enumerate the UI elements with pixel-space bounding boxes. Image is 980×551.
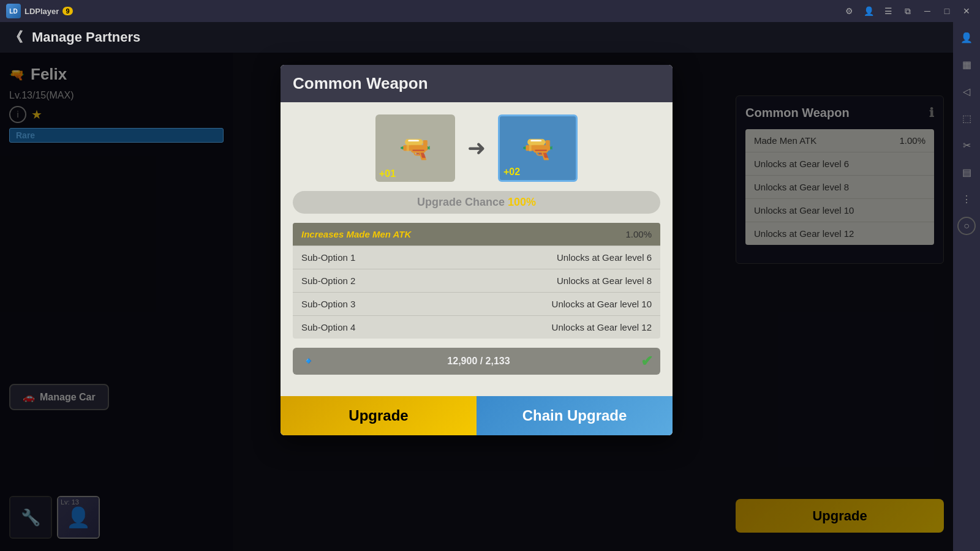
weapon-card-to: 🔫 +02 (498, 114, 578, 182)
resource-bar: 🔹 12,900 / 2,133 ✔ (293, 348, 660, 375)
sidebar-icon-5[interactable]: ✂ (957, 136, 976, 154)
modal-stat-name-1: Sub-Option 1 (301, 252, 355, 263)
resource-check-icon: ✔ (641, 353, 653, 370)
menu-btn[interactable]: ☰ (881, 4, 895, 18)
modal-title: Common Weapon (293, 74, 428, 92)
modal-body: 🔫 +01 ➜ 🔫 +02 Upgrade Chance 100% (281, 102, 673, 396)
weapon-card-from: 🔫 +01 (375, 114, 455, 182)
title-bar: LD LDPlayer 9 ⚙ 👤 ☰ ⧉ ─ □ ✕ (0, 0, 980, 22)
sidebar-icon-2[interactable]: ▦ (957, 55, 976, 73)
modal-stat-val-4: Unlocks at Gear level 12 (552, 322, 652, 332)
weapon-plus-to: +02 (503, 167, 520, 178)
modal-stat-val-0: 1.00% (625, 229, 652, 239)
modal-overlay: Common Weapon 🔫 +01 ➜ 🔫 +02 (0, 53, 953, 551)
weapon-upgrade-display: 🔫 +01 ➜ 🔫 +02 (293, 114, 660, 182)
resource-amount: 12,900 / 2,133 (323, 356, 635, 367)
resource-icon: 🔹 (300, 353, 317, 369)
modal-stat-val-3: Unlocks at Gear level 10 (552, 299, 652, 309)
modal-stat-name-4: Sub-Option 4 (301, 322, 355, 332)
chain-upgrade-button[interactable]: Chain Upgrade (477, 396, 673, 435)
sidebar-circle[interactable]: ○ (957, 217, 976, 235)
back-arrow-icon: 《 (9, 28, 23, 47)
modal-stat-row-4: Sub-Option 4 Unlocks at Gear level 12 (293, 316, 660, 339)
weapon-icon-from: 🔫 (399, 133, 431, 163)
modal-stat-name-0: Increases Made Men ATK (301, 229, 411, 239)
modal-stat-val-1: Unlocks at Gear level 6 (557, 252, 652, 263)
sidebar-icon-7[interactable]: ⋮ (957, 190, 976, 208)
app-name: LDPlayer (24, 7, 59, 16)
modal-stat-name-2: Sub-Option 2 (301, 276, 355, 286)
upgrade-button[interactable]: Upgrade (281, 396, 477, 435)
weapon-plus-from: +01 (379, 168, 396, 179)
app-version: 9 (62, 7, 72, 15)
close-btn[interactable]: ✕ (959, 4, 974, 18)
sidebar-icon-3[interactable]: ◁ (957, 82, 976, 100)
app-logo: LD LDPlayer 9 (6, 4, 73, 18)
sidebar-icon-1[interactable]: 👤 (957, 28, 976, 47)
upgrade-modal: Common Weapon 🔫 +01 ➜ 🔫 +02 (281, 65, 673, 435)
back-button[interactable]: 《 (9, 28, 23, 47)
modal-stat-val-2: Unlocks at Gear level 8 (557, 276, 652, 286)
modal-stat-row-3: Sub-Option 3 Unlocks at Gear level 10 (293, 293, 660, 316)
right-sidebar: 👤 ▦ ◁ ⬚ ✂ ▤ ⋮ ○ (953, 22, 980, 551)
modal-stat-row-1: Sub-Option 1 Unlocks at Gear level 6 (293, 246, 660, 269)
upgrade-arrow-icon: ➜ (467, 135, 486, 161)
page-title: Manage Partners (32, 29, 140, 45)
upgrade-chance-pct: 100% (508, 196, 536, 208)
settings-btn[interactable]: ⚙ (842, 4, 856, 18)
modal-stat-name-3: Sub-Option 3 (301, 299, 355, 309)
window-btn[interactable]: ⧉ (900, 4, 915, 18)
modal-header: Common Weapon (281, 65, 673, 102)
user-btn[interactable]: 👤 (861, 4, 876, 18)
weapon-icon-to: 🔫 (522, 133, 554, 163)
modal-stat-row-2: Sub-Option 2 Unlocks at Gear level 8 (293, 269, 660, 293)
game-area: 《 Manage Partners 🔫 Felix Lv.13/15(MAX) … (0, 22, 953, 551)
upgrade-chance-bar: Upgrade Chance 100% (293, 191, 660, 214)
modal-stats-table: Increases Made Men ATK 1.00% Sub-Option … (293, 223, 660, 339)
upgrade-chance-label: Upgrade Chance (417, 196, 505, 208)
minimize-btn[interactable]: ─ (920, 4, 935, 18)
window-controls: ⚙ 👤 ☰ ⧉ ─ □ ✕ (842, 4, 974, 18)
modal-stat-row-0: Increases Made Men ATK 1.00% (293, 223, 660, 246)
ld-icon: LD (6, 4, 21, 18)
modal-buttons: Upgrade Chain Upgrade (281, 396, 673, 435)
maximize-btn[interactable]: □ (940, 4, 954, 18)
top-bar: 《 Manage Partners (0, 22, 953, 53)
sidebar-icon-4[interactable]: ⬚ (957, 109, 976, 127)
sidebar-icon-6[interactable]: ▤ (957, 163, 976, 181)
